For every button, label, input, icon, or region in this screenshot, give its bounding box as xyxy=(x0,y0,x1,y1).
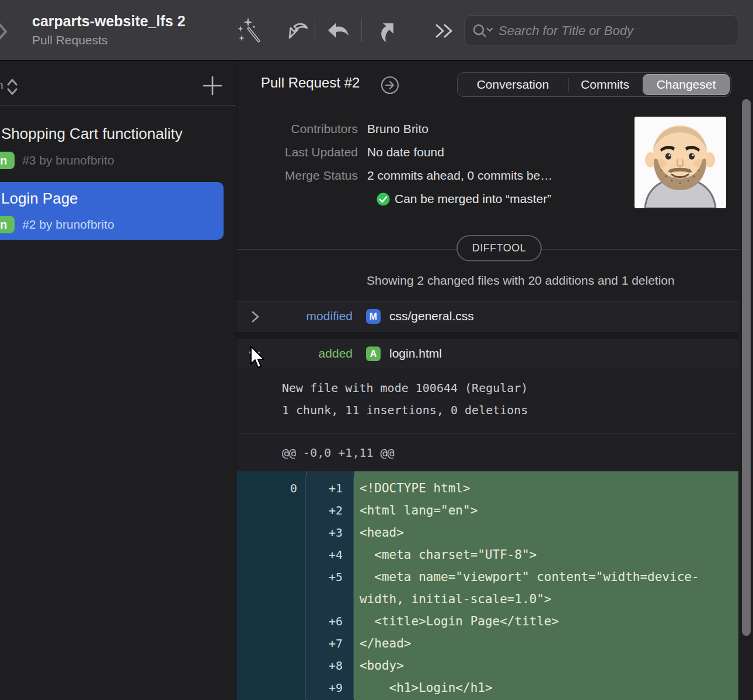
diff-line-text: <html lang="en"> xyxy=(354,499,738,522)
new-line-number: +9 xyxy=(306,677,354,699)
diff-line: +7</head> xyxy=(236,632,738,654)
search-icon xyxy=(472,23,495,39)
pr-title: Shopping Cart functionality xyxy=(1,125,183,143)
old-line-number xyxy=(236,499,306,522)
add-pull-request-button[interactable] xyxy=(202,75,223,96)
detail-value: Bruno Brito xyxy=(367,122,428,135)
contributor-avatar xyxy=(635,117,726,208)
view-tabs: Conversation Commits Changeset xyxy=(457,72,731,97)
status-badge-open: Open xyxy=(0,216,15,233)
diff-line-text: </head> xyxy=(354,632,738,654)
pr-meta-text: #3 by brunofbrito xyxy=(22,152,114,169)
pr-meta: Open#3 by brunofbrito xyxy=(0,152,114,169)
changes-summary: Showing 2 changed files with 20 addition… xyxy=(367,274,675,288)
old-line-number xyxy=(236,566,306,588)
file-row-login-html[interactable]: added A login.html xyxy=(236,339,738,369)
filter-dropdown[interactable]: n xyxy=(0,78,4,92)
tab-conversation[interactable]: Conversation xyxy=(458,73,568,96)
pr-list-item-login-page[interactable]: Login Page Open#2 by brunofbrito xyxy=(0,182,224,240)
diff-line-text: <head> xyxy=(354,522,738,544)
new-line-number: +7 xyxy=(306,632,354,654)
diff-line: +4 <meta charset="UTF-8"> xyxy=(236,544,738,566)
new-line-number: +6 xyxy=(306,610,354,632)
new-line-number: +4 xyxy=(306,544,354,566)
pull-request-title: Pull Request #2 xyxy=(261,75,360,91)
diff-line-text: width, initial-scale=1.0"> xyxy=(354,588,738,610)
diff-line-text: <!DOCTYPE html> xyxy=(354,477,738,499)
status-badge-open: Open xyxy=(0,152,15,169)
diff-line-text: <body> xyxy=(354,654,738,677)
diff-line: +6 <title>Login Page</title> xyxy=(236,610,738,632)
detail-value: No date found xyxy=(367,145,444,159)
diff-line: +5 <meta name="viewport" content="width=… xyxy=(236,566,738,588)
tab-commits[interactable]: Commits xyxy=(569,73,642,96)
detail-label: Last Updated xyxy=(236,145,367,159)
diff-line: +8<body> xyxy=(236,654,738,677)
old-line-number xyxy=(236,677,306,699)
nav-forward-icon[interactable] xyxy=(0,18,11,46)
tab-changeset[interactable]: Changeset xyxy=(643,74,730,95)
undo-arrow-icon[interactable] xyxy=(325,20,351,44)
merge-ok-check-icon xyxy=(376,192,391,206)
hunk-header-block: @@ -0,0 +1,11 @@ xyxy=(236,433,738,471)
search-input[interactable] xyxy=(495,23,738,38)
detail-row-merge-status: Merge Status2 commits ahead, 0 commits b… xyxy=(236,169,622,186)
detail-row-last-updated: Last UpdatedNo date found xyxy=(236,145,622,163)
old-line-number xyxy=(236,632,306,654)
old-line-number xyxy=(236,588,306,610)
toolbar-separator xyxy=(315,19,315,42)
diff-code-block: 0+1<!DOCTYPE html> +2<html lang="en"> +3… xyxy=(236,471,738,700)
repo-subtitle: Pull Requests xyxy=(32,33,108,47)
repo-title: carparts-website_lfs 2 xyxy=(32,13,186,30)
sidebar-divider xyxy=(0,105,236,106)
new-line-number: +5 xyxy=(306,566,354,588)
push-arrow-icon[interactable] xyxy=(370,19,397,44)
new-line-number: +8 xyxy=(306,654,354,677)
old-line-number xyxy=(236,654,306,677)
diff-line: +2<html lang="en"> xyxy=(236,499,738,522)
merge-ok-text: Can be merged into “master” xyxy=(395,192,551,206)
pull-request-header: Pull Request #2 Conversation Commits Cha… xyxy=(236,61,753,107)
new-line-number: +2 xyxy=(306,499,354,522)
pr-meta-text: #2 by brunofbrito xyxy=(22,216,114,233)
diff-line: 0+1<!DOCTYPE html> xyxy=(236,477,738,499)
toolbar: carparts-website_lfs 2 Pull Requests xyxy=(0,0,753,61)
old-line-number: 0 xyxy=(236,477,306,499)
checkout-icon[interactable] xyxy=(284,18,311,44)
search-field[interactable] xyxy=(464,15,738,46)
vertical-scrollbar[interactable] xyxy=(742,99,751,636)
file-name: login.html xyxy=(389,346,442,360)
new-line-number: +3 xyxy=(306,522,354,544)
file-mode-text: New file with mode 100644 (Regular) xyxy=(282,381,528,395)
difftool-button[interactable]: DIFFTOOL xyxy=(456,235,542,261)
chevron-right-icon[interactable] xyxy=(250,310,262,324)
diff-line-text: <meta charset="UTF-8"> xyxy=(354,544,738,566)
mouse-cursor xyxy=(249,345,269,371)
file-name: css/general.css xyxy=(389,309,474,323)
overflow-chevrons-icon[interactable] xyxy=(433,23,456,40)
added-badge: A xyxy=(366,346,381,361)
file-info-block: New file with mode 100644 (Regular) 1 ch… xyxy=(236,369,738,433)
old-line-number xyxy=(236,610,306,632)
file-row-general-css[interactable]: modified M css/general.css xyxy=(236,302,738,332)
diff-line-text: <meta name="viewport" content="width=dev… xyxy=(354,566,738,588)
diff-line-text: <h1>Login</h1> xyxy=(354,677,738,699)
hunk-header-text: @@ -0,0 +1,11 @@ xyxy=(282,446,395,460)
file-row-gap xyxy=(236,332,738,339)
new-line-number: +1 xyxy=(306,477,354,499)
sort-chevrons-icon[interactable] xyxy=(6,78,20,97)
file-status: added xyxy=(271,346,353,360)
pr-list-item-shopping-cart[interactable]: Shopping Cart functionality Open#3 by br… xyxy=(0,118,236,178)
toolbar-separator xyxy=(361,19,362,42)
detail-label: Merge Status xyxy=(236,169,367,183)
file-chunks-text: 1 chunk, 11 insertions, 0 deletions xyxy=(282,403,528,417)
old-line-number xyxy=(236,522,306,544)
diff-line: +3<head> xyxy=(236,522,738,544)
pr-meta: Open#2 by brunofbrito xyxy=(0,216,114,233)
pull-requests-sidebar: n Shopping Cart functionality Open#3 by … xyxy=(0,61,236,700)
quick-actions-wand-icon[interactable] xyxy=(236,16,263,44)
diff-line-wrap: width, initial-scale=1.0"> xyxy=(236,588,738,610)
open-remote-arrow-icon[interactable] xyxy=(380,75,400,95)
detail-value: 2 commits ahead, 0 commits be… xyxy=(367,169,552,182)
old-line-number xyxy=(236,544,306,566)
